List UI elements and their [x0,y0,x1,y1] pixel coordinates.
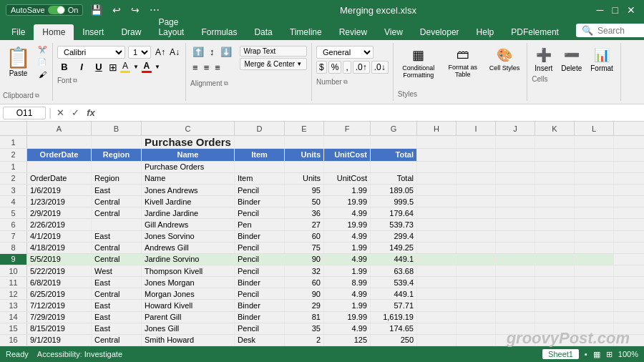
col-header-j[interactable]: J [496,122,535,135]
cell-a1[interactable] [27,162,92,172]
cell-f6[interactable]: 19.99 [324,219,371,230]
cell-e10[interactable]: 32 [285,265,324,276]
cell-c8[interactable]: Andrews Gill [142,243,235,253]
cell-c7[interactable]: Jones Sorvino [142,231,235,242]
tab-view[interactable]: View [376,24,411,40]
cell-d11[interactable]: Binder [235,277,285,288]
cell-k2[interactable] [535,149,575,161]
cell-h5[interactable] [417,207,457,218]
cell-k14[interactable] [535,312,575,323]
insert-function-icon[interactable]: fx [84,107,97,118]
cell-k1[interactable] [535,136,575,148]
undo-icon[interactable]: ↩ [109,3,124,17]
cell-j10[interactable] [496,265,535,276]
cell-f16[interactable]: 125 [324,335,371,346]
cell-f14[interactable]: 19.99 [324,312,371,323]
cell-d10[interactable]: Pencil [235,265,285,276]
cell-b14[interactable]: East [92,312,142,323]
cell-c4[interactable]: Kivell Jardine [142,196,235,207]
cell-i9[interactable] [457,254,496,265]
font-color-button[interactable]: A [142,61,152,73]
cell-c14[interactable]: Parent Gill [142,312,235,323]
cell-l9[interactable] [575,254,614,265]
cell-j4[interactable] [496,196,535,207]
cell-f9[interactable]: 4.99 [324,254,371,265]
cell-d2[interactable]: Item [235,149,285,161]
cell-e1[interactable] [285,136,324,148]
cell-b2[interactable]: Region [92,173,142,184]
cell-c2[interactable]: Name [142,173,235,184]
cell-c10[interactable]: Thompson Kivell [142,265,235,276]
cell-l5[interactable] [575,207,614,218]
col-header-e[interactable]: E [285,122,324,135]
col-header-l[interactable]: L [575,122,614,135]
merge-center-button[interactable]: Merge & Center ▼ [240,58,308,70]
cell-h9[interactable] [417,254,457,265]
cell-f8[interactable]: 1.99 [324,243,371,253]
cell-e7[interactable]: 60 [285,231,324,242]
cell-l15[interactable] [575,323,614,334]
cell-f1[interactable] [324,136,371,148]
cell-b7[interactable]: East [92,231,142,242]
cell-a14[interactable]: 7/29/2019 [27,312,92,323]
cell-h14[interactable] [417,312,457,323]
cell-reference-input[interactable] [3,107,46,119]
align-middle-button[interactable]: ↕️ [208,46,217,58]
cell-g14[interactable]: 1,619.19 [371,312,417,323]
align-top-button[interactable]: ⬆️ [190,46,206,58]
tab-insert[interactable]: Insert [74,24,112,40]
cell-j11[interactable] [496,277,535,288]
cell-j9[interactable] [496,254,535,265]
cell-g13[interactable]: 57.71 [371,300,417,310]
cell-a4[interactable]: 1/23/2019 [27,196,92,207]
cell-l10[interactable] [575,265,614,276]
tab-review[interactable]: Review [331,24,376,40]
cell-i12[interactable] [457,288,496,299]
cell-k8[interactable] [535,243,575,253]
cell-d3[interactable]: Pencil [235,185,285,195]
cell-b10[interactable]: West [92,265,142,276]
cell-f1[interactable] [324,162,371,172]
normal-view-icon[interactable]: ▪ [585,350,587,358]
cell-g11[interactable]: 539.4 [371,277,417,288]
cell-l16[interactable] [575,335,614,346]
cell-c2[interactable]: Name [142,149,235,161]
cell-h1[interactable] [417,162,457,172]
cell-k6[interactable] [535,219,575,230]
cell-g2[interactable]: Total [371,149,417,161]
cell-h6[interactable] [417,219,457,230]
cell-j6[interactable] [496,219,535,230]
cell-g7[interactable]: 299.4 [371,231,417,242]
increase-decimal-button[interactable]: .0↑ [353,61,370,74]
align-right-button[interactable]: ≡ [213,62,223,74]
autosave-toggle[interactable] [48,6,65,14]
paste-button[interactable]: 📋 Paste [3,44,34,90]
cell-g2[interactable]: Total [371,173,417,184]
cell-c16[interactable]: Smith Howard [142,335,235,346]
save-icon[interactable]: 💾 [87,3,105,17]
fill-color-button[interactable]: A [120,61,130,73]
cell-l1[interactable] [575,136,614,148]
cell-a3[interactable]: 1/6/2019 [27,185,92,195]
cell-c11[interactable]: Jones Morgan [142,277,235,288]
cell-h13[interactable] [417,300,457,310]
cell-h11[interactable] [417,277,457,288]
cell-b16[interactable]: Central [92,335,142,346]
cell-d4[interactable]: Binder [235,196,285,207]
cell-j5[interactable] [496,207,535,218]
insert-cells-button[interactable]: ➕ Insert [532,46,555,74]
cell-k5[interactable] [535,207,575,218]
cell-l14[interactable] [575,312,614,323]
percent-button[interactable]: % [328,61,342,74]
cell-b1[interactable] [92,136,142,148]
cell-g1[interactable] [371,162,417,172]
cell-f5[interactable]: 4.99 [324,207,371,218]
cell-e5[interactable]: 36 [285,207,324,218]
tab-draw[interactable]: Draw [112,24,150,40]
cell-i14[interactable] [457,312,496,323]
cell-a8[interactable]: 4/18/2019 [27,243,92,253]
cell-c6[interactable]: Gill Andrews [142,219,235,230]
number-format-select[interactable]: General [316,46,374,59]
cell-e1[interactable] [285,162,324,172]
cell-i7[interactable] [457,231,496,242]
